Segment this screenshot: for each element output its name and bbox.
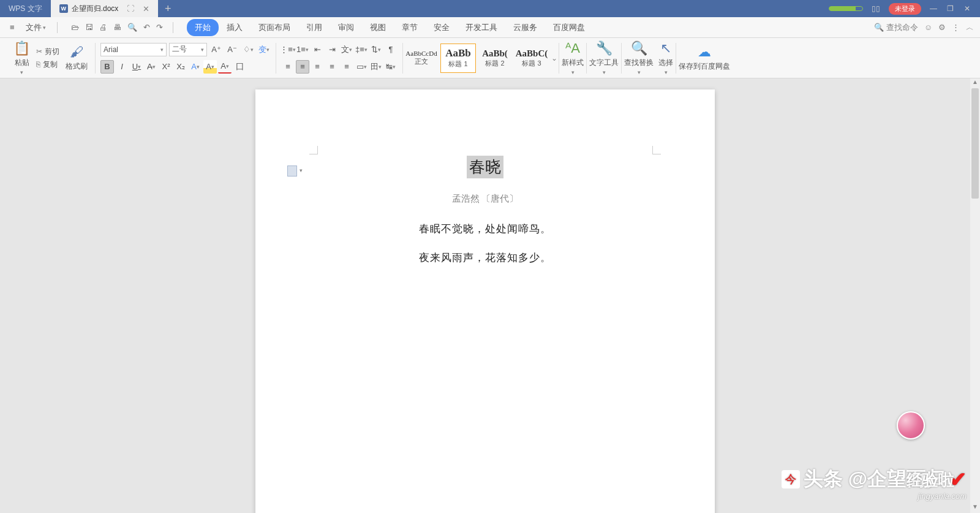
vertical-scrollbar[interactable]: ▲ ▼ [970,78,980,513]
paragraph-group: ⋮≡ 1≡ ⇤ ⇥ 文 ‡≡ ⇅ ¶ ≡ ≡ ≡ ≡ ≡ ▭ 田 ↹ [276,38,402,78]
title-bar: WPS 文字 W 企望而归.docx ⛶ ✕ + ▯▯ 未登录 — ❐ ✕ [0,0,980,17]
save-baidu-button[interactable]: ☁ 保存到百度网盘 [676,43,733,73]
font-name-select[interactable]: Arial▾ [100,43,167,56]
print-icon[interactable]: 🖶 [113,23,121,32]
tab-section[interactable]: 章节 [394,19,426,36]
select-button[interactable]: ↖ 选择 [656,39,676,77]
align-right-button[interactable]: ≡ [311,60,324,74]
borders-button[interactable]: 田 [369,60,383,74]
wrench-icon: 🔧 [596,40,612,56]
superscript-button[interactable]: X² [159,60,173,74]
line-spacing-button[interactable]: ‡≡ [355,43,368,56]
document-content[interactable]: 春晓 孟浩然 〔唐代〕 春眠不觉晓，处处闻啼鸟。 夜来风雨声，花落知多少。 [311,156,660,265]
highlight-button[interactable]: A [203,60,217,74]
style-heading2[interactable]: AaBb( 标题 2 [477,44,513,73]
strike-button[interactable]: A̶ [145,60,158,74]
tab-review[interactable]: 审阅 [330,19,362,36]
tab-baidu[interactable]: 百度网盘 [545,19,593,36]
shrink-font-button[interactable]: A⁻ [225,43,239,56]
font-size-select[interactable]: 二号▾ [169,43,207,56]
phonetic-button[interactable]: 变 [257,43,271,56]
tab-page-layout[interactable]: 页面布局 [251,19,298,36]
cut-button[interactable]: ✂剪切 [36,47,59,57]
tab-security[interactable]: 安全 [426,19,458,36]
tab-screen-icon[interactable]: ⛶ [127,4,134,13]
align-center-button[interactable]: ≡ [296,60,309,74]
underline-button[interactable]: U [130,60,143,74]
tabs-button[interactable]: ↹ [384,60,398,74]
close-button[interactable]: ✕ [964,4,973,13]
login-badge[interactable]: 未登录 [889,3,921,15]
numbering-button[interactable]: 1≡ [296,43,309,56]
document-author[interactable]: 孟浩然 〔唐代〕 [311,193,660,205]
tab-reference[interactable]: 引用 [298,19,330,36]
paste-button[interactable]: 📋 粘贴 [11,39,32,77]
style-heading3[interactable]: AaBbC( 标题 3 [514,44,549,73]
app-tab[interactable]: WPS 文字 [0,0,51,17]
bullets-button[interactable]: ⋮≡ [281,43,295,56]
new-style-button[interactable]: ᴬA 新样式 [559,39,586,77]
paragraph-tag-icon[interactable] [287,165,297,177]
align-justify-button[interactable]: ≡ [325,60,339,74]
tab-devtools[interactable]: 开发工具 [458,19,505,36]
tab-view[interactable]: 视图 [362,19,394,36]
smiley-icon[interactable]: ☺ [924,23,932,32]
print-direct-icon[interactable]: 🖨 [99,23,107,32]
minimize-button[interactable]: — [930,4,938,13]
document-tab[interactable]: W 企望而归.docx ⛶ ✕ [51,0,159,17]
align-distrib-button[interactable]: ≡ [340,60,353,74]
asian-layout-button[interactable]: 文 [340,43,353,56]
shading-button[interactable]: ▭ [355,60,368,74]
grow-font-button[interactable]: A⁺ [209,43,223,56]
document-title[interactable]: 春晓 [467,156,503,178]
open-icon[interactable]: 🗁 [71,23,79,32]
italic-button[interactable]: I [115,60,129,74]
align-left-button[interactable]: ≡ [281,60,295,74]
new-tab-button[interactable]: + [158,2,178,15]
clear-format-button[interactable]: ♢ [241,43,255,56]
style-normal[interactable]: AaBbCcDd 正文 [404,44,439,73]
undo-icon[interactable]: ↶ [143,23,150,32]
scroll-thumb[interactable] [971,88,979,199]
print-preview-icon[interactable]: 🔍 [127,23,137,32]
find-replace-button[interactable]: 🔍 查找替换 [622,39,656,77]
scroll-down-icon[interactable]: ▼ [970,503,980,513]
collapse-ribbon-icon[interactable]: ︿ [966,22,974,33]
hamburger-icon[interactable]: ≡ [6,21,18,34]
show-marks-button[interactable]: ¶ [384,43,398,56]
tab-close-icon[interactable]: ✕ [143,4,149,13]
scroll-up-icon[interactable]: ▲ [970,78,980,88]
document-canvas[interactable]: 春晓 孟浩然 〔唐代〕 春眠不觉晓，处处闻啼鸟。 夜来风雨声，花落知多少。 [0,78,970,513]
menu-bar: ≡ 文件 🗁 🖫 🖨 🖶 🔍 ↶ ↷ 开始 插入 页面布局 引用 审阅 视图 章… [0,17,980,38]
indent-dec-button[interactable]: ⇤ [311,43,324,56]
document-line-1[interactable]: 春眠不觉晓，处处闻啼鸟。 [311,222,660,236]
copy-button[interactable]: ⎘复制 [36,59,59,70]
tab-insert[interactable]: 插入 [219,19,251,36]
font-color-button[interactable]: A [218,60,232,74]
document-line-2[interactable]: 夜来风雨声，花落知多少。 [311,251,660,265]
redo-icon[interactable]: ↷ [156,23,163,32]
brush-icon: 🖌 [70,44,83,60]
sort-button[interactable]: ⇅ [369,43,383,56]
bold-button[interactable]: B [100,60,114,74]
app-tab-label: WPS 文字 [9,4,42,14]
save-icon[interactable]: 🖫 [85,23,93,32]
search-command[interactable]: 🔍 查找命令 [874,22,918,33]
text-tools-button[interactable]: 🔧 文字工具 [587,39,621,77]
search-icon: 🔍 [874,23,884,32]
indent-inc-button[interactable]: ⇥ [325,43,339,56]
settings-icon[interactable]: ⚙ [938,23,946,32]
tab-start[interactable]: 开始 [187,19,219,36]
user-avatar[interactable] [897,411,925,439]
style-heading1[interactable]: AaBb 标题 1 [440,44,476,73]
reading-mode-icon[interactable]: ▯▯ [872,4,880,13]
tab-cloud[interactable]: 云服务 [505,19,545,36]
text-effect-button[interactable]: A [189,60,202,74]
maximize-button[interactable]: ❐ [947,4,956,13]
more-icon[interactable]: ⋮ [952,23,960,32]
subscript-button[interactable]: X₂ [174,60,187,74]
char-border-button[interactable]: 囗 [233,60,246,74]
format-painter-button[interactable]: 🖌 格式刷 [63,43,90,73]
styles-more-icon[interactable]: ⌄ [550,54,559,63]
file-menu[interactable]: 文件 [22,20,50,35]
